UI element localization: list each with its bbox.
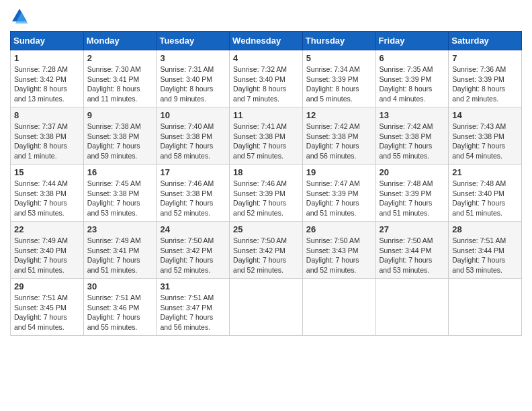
- calendar-cell: 12Sunrise: 7:42 AMSunset: 3:38 PMDayligh…: [302, 107, 375, 165]
- logo: [10, 7, 32, 26]
- calendar-cell: 22Sunrise: 7:49 AMSunset: 3:40 PMDayligh…: [11, 222, 84, 279]
- calendar-cell: 11Sunrise: 7:41 AMSunset: 3:38 PMDayligh…: [230, 107, 303, 165]
- calendar-cell: 29Sunrise: 7:51 AMSunset: 3:45 PMDayligh…: [11, 279, 84, 336]
- day-detail: Sunrise: 7:51 AMSunset: 3:45 PMDaylight:…: [14, 293, 68, 331]
- day-detail: Sunrise: 7:42 AMSunset: 3:38 PMDaylight:…: [306, 122, 360, 160]
- logo-icon: [10, 7, 29, 26]
- weekday-header-friday: Friday: [375, 32, 449, 50]
- day-number: 3: [160, 53, 226, 63]
- weekday-header-sunday: Sunday: [11, 32, 84, 50]
- day-number: 24: [160, 224, 226, 234]
- calendar-cell: 25Sunrise: 7:50 AMSunset: 3:42 PMDayligh…: [230, 222, 303, 279]
- day-number: 15: [14, 167, 80, 177]
- calendar-cell: 10Sunrise: 7:40 AMSunset: 3:38 PMDayligh…: [157, 107, 230, 165]
- calendar-cell: 8Sunrise: 7:37 AMSunset: 3:38 PMDaylight…: [11, 107, 84, 165]
- calendar-cell: 30Sunrise: 7:51 AMSunset: 3:46 PMDayligh…: [83, 279, 157, 336]
- day-detail: Sunrise: 7:31 AMSunset: 3:40 PMDaylight:…: [160, 65, 214, 103]
- calendar-cell: 4Sunrise: 7:32 AMSunset: 3:40 PMDaylight…: [230, 50, 303, 107]
- day-detail: Sunrise: 7:50 AMSunset: 3:42 PMDaylight:…: [160, 236, 214, 274]
- day-number: 9: [87, 110, 153, 120]
- calendar-cell: 7Sunrise: 7:36 AMSunset: 3:39 PMDaylight…: [449, 50, 522, 107]
- day-detail: Sunrise: 7:42 AMSunset: 3:38 PMDaylight:…: [380, 122, 433, 160]
- calendar-cell: 31Sunrise: 7:51 AMSunset: 3:47 PMDayligh…: [157, 279, 230, 336]
- day-detail: Sunrise: 7:50 AMSunset: 3:42 PMDaylight:…: [233, 236, 287, 274]
- calendar-cell: 13Sunrise: 7:42 AMSunset: 3:38 PMDayligh…: [375, 107, 449, 165]
- day-number: 7: [452, 53, 518, 63]
- day-detail: Sunrise: 7:37 AMSunset: 3:38 PMDaylight:…: [14, 122, 68, 160]
- day-detail: Sunrise: 7:32 AMSunset: 3:40 PMDaylight:…: [233, 65, 287, 103]
- day-detail: Sunrise: 7:45 AMSunset: 3:38 PMDaylight:…: [87, 179, 141, 217]
- day-number: 29: [14, 281, 80, 291]
- calendar-cell: 19Sunrise: 7:47 AMSunset: 3:39 PMDayligh…: [302, 165, 375, 222]
- day-detail: Sunrise: 7:46 AMSunset: 3:39 PMDaylight:…: [233, 179, 287, 217]
- day-number: 21: [452, 167, 518, 177]
- calendar-cell: 26Sunrise: 7:50 AMSunset: 3:43 PMDayligh…: [302, 222, 375, 279]
- calendar-cell: [375, 279, 449, 336]
- calendar-cell: 6Sunrise: 7:35 AMSunset: 3:39 PMDaylight…: [375, 50, 449, 107]
- day-number: 10: [160, 110, 226, 120]
- day-number: 14: [452, 110, 518, 120]
- calendar-cell: 9Sunrise: 7:38 AMSunset: 3:38 PMDaylight…: [83, 107, 157, 165]
- day-number: 12: [306, 110, 372, 120]
- day-detail: Sunrise: 7:50 AMSunset: 3:44 PMDaylight:…: [380, 236, 433, 274]
- day-number: 23: [87, 224, 153, 234]
- day-number: 22: [14, 224, 80, 234]
- day-number: 26: [306, 224, 372, 234]
- day-number: 13: [380, 110, 445, 120]
- weekday-header-saturday: Saturday: [449, 32, 522, 50]
- calendar-cell: 16Sunrise: 7:45 AMSunset: 3:38 PMDayligh…: [83, 165, 157, 222]
- day-number: 16: [87, 167, 153, 177]
- day-number: 2: [87, 53, 153, 63]
- calendar-cell: 24Sunrise: 7:50 AMSunset: 3:42 PMDayligh…: [157, 222, 230, 279]
- day-detail: Sunrise: 7:36 AMSunset: 3:39 PMDaylight:…: [452, 65, 506, 103]
- day-detail: Sunrise: 7:49 AMSunset: 3:41 PMDaylight:…: [87, 236, 141, 274]
- day-detail: Sunrise: 7:51 AMSunset: 3:44 PMDaylight:…: [452, 236, 506, 274]
- day-number: 5: [306, 53, 372, 63]
- day-detail: Sunrise: 7:51 AMSunset: 3:47 PMDaylight:…: [160, 293, 214, 331]
- day-detail: Sunrise: 7:44 AMSunset: 3:38 PMDaylight:…: [14, 179, 68, 217]
- day-number: 4: [233, 53, 299, 63]
- calendar-cell: [230, 279, 303, 336]
- day-detail: Sunrise: 7:30 AMSunset: 3:41 PMDaylight:…: [87, 65, 141, 103]
- calendar-cell: 1Sunrise: 7:28 AMSunset: 3:42 PMDaylight…: [11, 50, 84, 107]
- day-detail: Sunrise: 7:34 AMSunset: 3:39 PMDaylight:…: [306, 65, 360, 103]
- day-detail: Sunrise: 7:40 AMSunset: 3:38 PMDaylight:…: [160, 122, 214, 160]
- calendar-cell: 3Sunrise: 7:31 AMSunset: 3:40 PMDaylight…: [157, 50, 230, 107]
- calendar-cell: 17Sunrise: 7:46 AMSunset: 3:38 PMDayligh…: [157, 165, 230, 222]
- day-detail: Sunrise: 7:28 AMSunset: 3:42 PMDaylight:…: [14, 65, 68, 103]
- calendar-cell: 28Sunrise: 7:51 AMSunset: 3:44 PMDayligh…: [449, 222, 522, 279]
- weekday-header-wednesday: Wednesday: [230, 32, 303, 50]
- day-number: 1: [14, 53, 80, 63]
- day-detail: Sunrise: 7:43 AMSunset: 3:38 PMDaylight:…: [452, 122, 506, 160]
- calendar-cell: [449, 279, 522, 336]
- day-detail: Sunrise: 7:46 AMSunset: 3:38 PMDaylight:…: [160, 179, 214, 217]
- day-number: 31: [160, 281, 226, 291]
- day-detail: Sunrise: 7:48 AMSunset: 3:40 PMDaylight:…: [452, 179, 506, 217]
- calendar-cell: 14Sunrise: 7:43 AMSunset: 3:38 PMDayligh…: [449, 107, 522, 165]
- day-detail: Sunrise: 7:38 AMSunset: 3:38 PMDaylight:…: [87, 122, 141, 160]
- weekday-header-tuesday: Tuesday: [157, 32, 230, 50]
- calendar-cell: [302, 279, 375, 336]
- day-number: 30: [87, 281, 153, 291]
- calendar-cell: 20Sunrise: 7:48 AMSunset: 3:39 PMDayligh…: [375, 165, 449, 222]
- calendar-cell: 2Sunrise: 7:30 AMSunset: 3:41 PMDaylight…: [83, 50, 157, 107]
- day-number: 28: [452, 224, 518, 234]
- calendar-cell: 21Sunrise: 7:48 AMSunset: 3:40 PMDayligh…: [449, 165, 522, 222]
- day-detail: Sunrise: 7:48 AMSunset: 3:39 PMDaylight:…: [380, 179, 433, 217]
- header: [10, 7, 522, 26]
- day-number: 11: [233, 110, 299, 120]
- day-detail: Sunrise: 7:41 AMSunset: 3:38 PMDaylight:…: [233, 122, 287, 160]
- day-number: 19: [306, 167, 372, 177]
- day-number: 8: [14, 110, 80, 120]
- day-detail: Sunrise: 7:51 AMSunset: 3:46 PMDaylight:…: [87, 293, 141, 331]
- calendar-table: SundayMondayTuesdayWednesdayThursdayFrid…: [10, 31, 522, 336]
- day-detail: Sunrise: 7:47 AMSunset: 3:39 PMDaylight:…: [306, 179, 360, 217]
- day-number: 18: [233, 167, 299, 177]
- weekday-header-thursday: Thursday: [302, 32, 375, 50]
- calendar-cell: 18Sunrise: 7:46 AMSunset: 3:39 PMDayligh…: [230, 165, 303, 222]
- calendar-cell: 27Sunrise: 7:50 AMSunset: 3:44 PMDayligh…: [375, 222, 449, 279]
- day-number: 25: [233, 224, 299, 234]
- calendar-cell: 15Sunrise: 7:44 AMSunset: 3:38 PMDayligh…: [11, 165, 84, 222]
- calendar-cell: 5Sunrise: 7:34 AMSunset: 3:39 PMDaylight…: [302, 50, 375, 107]
- calendar-cell: 23Sunrise: 7:49 AMSunset: 3:41 PMDayligh…: [83, 222, 157, 279]
